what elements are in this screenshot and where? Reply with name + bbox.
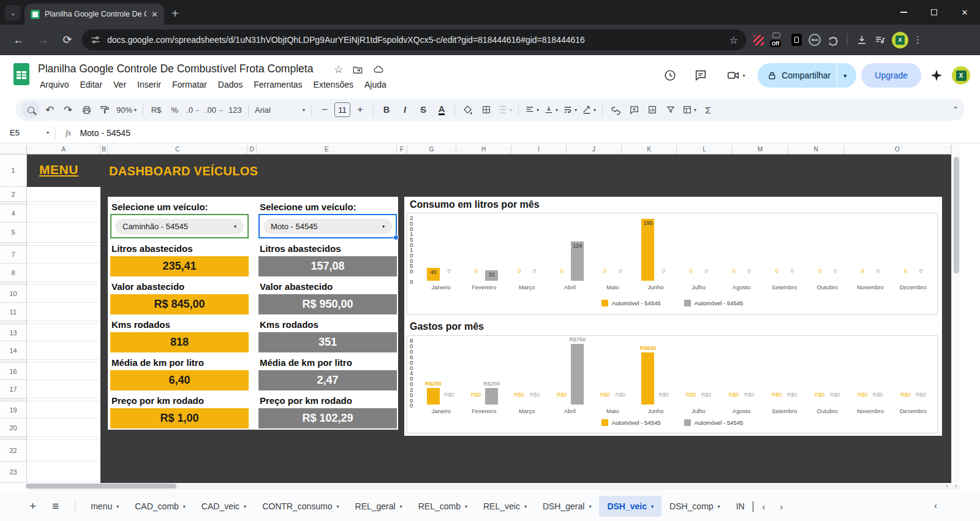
column-a-cell[interactable] <box>27 246 100 264</box>
select-all-corner[interactable] <box>0 145 27 154</box>
sheet-tab-CAD_veic[interactable]: CAD_veic▾ <box>194 496 254 517</box>
site-info-icon[interactable] <box>91 35 100 45</box>
menu-editar[interactable]: Editar <box>74 77 108 92</box>
sheet-tab-CAD_comb[interactable]: CAD_comb▾ <box>127 496 194 517</box>
add-sheet-icon[interactable]: + <box>29 500 36 513</box>
version-history-icon[interactable] <box>657 63 683 88</box>
print-button[interactable] <box>78 101 95 118</box>
tab-close-icon[interactable]: ✕ <box>151 10 158 19</box>
increase-decimal-button[interactable]: .00→ <box>203 101 225 118</box>
star-document-icon[interactable]: ☆ <box>334 63 343 76</box>
decrease-decimal-button[interactable]: .0← <box>184 101 202 118</box>
fill-handle[interactable] <box>393 235 399 240</box>
browser-menu-icon[interactable]: ⋮ <box>913 34 922 45</box>
menu-dados[interactable]: Dados <box>213 77 248 92</box>
row-header-17[interactable]: 17 <box>0 380 27 398</box>
menu-link[interactable]: MENU <box>39 162 78 177</box>
row-header-20[interactable]: 20 <box>0 419 27 437</box>
column-header-N[interactable]: N <box>788 145 844 154</box>
insert-chart-button[interactable] <box>644 101 661 118</box>
create-filter-button[interactable] <box>662 101 679 118</box>
column-a-cell[interactable] <box>27 363 100 380</box>
column-header-M[interactable]: M <box>733 145 788 154</box>
sheet-tab-REL_comb[interactable]: REL_comb▾ <box>410 496 475 517</box>
scroll-left-icon[interactable]: ‹ <box>946 483 948 489</box>
extension-doc-icon[interactable] <box>790 33 803 47</box>
horizontal-scrollbar[interactable]: ‹ › <box>0 483 980 492</box>
column-a-cell[interactable] <box>27 440 100 462</box>
column-header-C[interactable]: C <box>108 145 247 154</box>
row-header-16[interactable]: 16 <box>0 363 27 380</box>
vertical-scrollbar-thumb[interactable] <box>954 157 959 273</box>
column-header-A[interactable]: A <box>27 145 100 154</box>
downloads-icon[interactable] <box>855 33 869 47</box>
sheet-tab-IN[interactable]: IN <box>728 496 753 517</box>
scroll-right-icon[interactable]: › <box>955 483 957 489</box>
vehicle-dropdown-left[interactable]: Caminhão - 54545▾ <box>110 214 249 238</box>
column-a-cell[interactable] <box>27 462 100 483</box>
sheet-tab-DSH_veic[interactable]: DSH_veic▾ <box>599 496 662 517</box>
search-menus-button[interactable] <box>21 101 40 118</box>
menu-extensões[interactable]: Extensões <box>308 77 359 92</box>
gemini-spark-icon[interactable] <box>930 69 943 82</box>
row-header-11[interactable]: 11 <box>0 303 27 321</box>
column-header-L[interactable]: L <box>677 145 733 154</box>
tabs-scroll-right-icon[interactable]: › <box>780 501 783 512</box>
decrease-font-button[interactable]: − <box>316 101 333 118</box>
extension-web-icon[interactable]: Web <box>808 33 821 47</box>
horizontal-scrollbar-thumb[interactable] <box>26 484 176 489</box>
sheet-tab-menu[interactable]: menu▾ <box>83 496 127 517</box>
side-panel-collapse-icon[interactable]: ‹ <box>934 500 937 511</box>
borders-button[interactable] <box>478 101 495 118</box>
row-header-7[interactable]: 7 <box>0 246 27 264</box>
share-dropdown-icon[interactable]: ▾ <box>837 72 853 79</box>
row-header-1[interactable]: 1 <box>0 154 27 187</box>
vertical-align-button[interactable]: ▾ <box>542 101 560 118</box>
row-header-8[interactable]: 8 <box>0 264 27 282</box>
column-header-K[interactable]: K <box>622 145 677 154</box>
column-a-cell[interactable] <box>27 303 100 321</box>
row-header-13[interactable]: 13 <box>0 324 27 341</box>
column-header-D[interactable]: D <box>247 145 257 154</box>
fill-color-button[interactable] <box>459 101 477 118</box>
merge-cells-button[interactable]: ▾ <box>496 101 514 118</box>
all-sheets-icon[interactable]: ≡ <box>52 500 59 513</box>
meet-camera-icon[interactable]: ▾ <box>718 63 753 88</box>
undo-button[interactable]: ↶ <box>41 101 58 118</box>
format-percent-button[interactable]: % <box>166 101 183 118</box>
column-header-J[interactable]: J <box>567 145 622 154</box>
font-size-input[interactable]: 11 <box>334 102 350 117</box>
column-a-cell[interactable] <box>27 205 100 222</box>
sheet-tab-DSH_geral[interactable]: DSH_geral▾ <box>535 496 600 517</box>
row-header-22[interactable]: 22 <box>0 440 27 462</box>
account-avatar[interactable]: X <box>952 66 970 85</box>
bold-button[interactable]: B <box>378 101 395 118</box>
document-title[interactable]: Planilha Google Controle De Combustível … <box>38 63 313 75</box>
column-header-E[interactable]: E <box>257 145 397 154</box>
column-header-H[interactable]: H <box>456 145 511 154</box>
maximize-button[interactable] <box>919 0 949 25</box>
profile-avatar[interactable]: X <box>892 32 908 48</box>
address-bar[interactable]: docs.google.com/spreadsheets/d/1uN31hVOb… <box>82 29 747 50</box>
tab-search-button[interactable]: ⌄ <box>5 5 21 21</box>
name-box[interactable]: E5▾ <box>0 128 55 137</box>
column-a-cell[interactable] <box>27 264 100 282</box>
tabs-scroll-left-icon[interactable]: ‹ <box>762 501 765 512</box>
browser-tab[interactable]: Planilha Google Controle De Co ✕ <box>24 4 164 25</box>
row-header-14[interactable]: 14 <box>0 341 27 360</box>
minimize-button[interactable] <box>888 0 919 25</box>
close-button[interactable]: ✕ <box>949 0 980 25</box>
format-currency-button[interactable]: R$ <box>148 101 165 118</box>
italic-button[interactable]: I <box>396 101 413 118</box>
column-header-G[interactable]: G <box>407 145 456 154</box>
upgrade-button[interactable]: Upgrade <box>861 63 921 88</box>
menu-ajuda[interactable]: Ajuda <box>359 77 392 92</box>
forward-button[interactable]: → <box>33 30 53 50</box>
column-a-cell[interactable] <box>27 222 100 243</box>
functions-button[interactable]: Σ <box>699 101 717 118</box>
menu-ferramentas[interactable]: Ferramentas <box>248 77 307 92</box>
comments-icon[interactable] <box>688 63 714 88</box>
column-a-cell[interactable] <box>27 419 100 437</box>
column-header-F[interactable]: F <box>397 145 407 154</box>
row-header-10[interactable]: 10 <box>0 285 27 303</box>
